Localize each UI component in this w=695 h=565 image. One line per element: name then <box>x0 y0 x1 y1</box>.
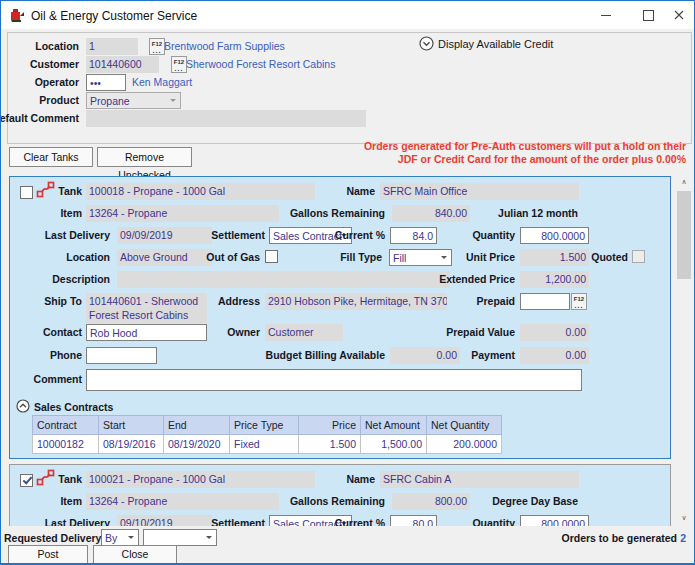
fill-type-dropdown[interactable]: Fill <box>389 249 452 266</box>
last-delivery-field: 09/09/2019 <box>117 227 212 244</box>
scrollbar-down-button[interactable]: ∨ <box>676 509 692 526</box>
display-credit-label[interactable]: Display Available Credit <box>438 38 553 50</box>
col-contract[interactable]: Contract <box>33 416 99 435</box>
payment-label: Payment <box>471 349 515 361</box>
maximize-button[interactable] <box>631 1 665 29</box>
requested-delivery-by-dropdown[interactable]: By <box>101 529 139 546</box>
col-net-quantity[interactable]: Net Quantity <box>427 416 502 435</box>
vertical-scrollbar[interactable]: ∧ ∨ <box>676 173 692 526</box>
quantity-input[interactable]: 800.0000 <box>520 227 589 244</box>
location-lookup-f12-button[interactable]: F12 <box>149 38 165 55</box>
sales-contracts-title: Sales Contracts <box>34 401 113 413</box>
name-field: SFRC Cabin A <box>380 471 579 488</box>
maximize-icon <box>643 10 654 21</box>
name-label: Name <box>346 185 375 197</box>
tank-panel-1: Tank 100018 - Propane - 1000 Gal Name SF… <box>9 176 671 459</box>
minimize-button[interactable] <box>589 1 623 29</box>
sales-contracts-table: Contract Start End Price Type Price Net … <box>32 415 502 454</box>
prepaid-value-label: Prepaid Value <box>446 326 515 338</box>
fill-type-label: Fill Type <box>340 251 382 263</box>
cell-net-quantity: 200.0000 <box>427 435 502 454</box>
by-value: By <box>105 532 117 544</box>
operator-label: Operator <box>35 76 79 88</box>
customer-lookup-f12-button[interactable]: F12 <box>171 56 187 73</box>
cell-start: 08/19/2016 <box>99 435 164 454</box>
owner-field: Customer <box>265 324 343 341</box>
prepaid-lookup-f12-button[interactable]: F12 <box>571 293 587 310</box>
contracts-data-row[interactable]: 10000182 08/19/2016 08/19/2020 Fixed 1.5… <box>33 435 502 454</box>
item-label: Item <box>60 207 82 219</box>
current-pct-label: Current % <box>335 229 385 241</box>
quantity-input[interactable]: 800.0000 <box>520 515 589 526</box>
product-value: Propane <box>90 95 130 107</box>
col-end[interactable]: End <box>164 416 230 435</box>
display-credit-chevron-down-icon[interactable] <box>419 36 434 53</box>
ship-to-label: Ship To <box>44 295 82 307</box>
close-action-button[interactable]: Close <box>93 545 177 564</box>
col-price[interactable]: Price <box>299 416 361 435</box>
tank-location-field: Above Ground <box>117 249 212 266</box>
current-pct-input[interactable]: 84.0 <box>390 227 437 244</box>
settlement-value: Sales Contract <box>273 230 342 242</box>
cell-contract: 10000182 <box>33 435 99 454</box>
quantity-label: Quantity <box>472 229 515 241</box>
location-name-text: Brentwood Farm Supplies <box>164 40 285 52</box>
default-comment-label: Default Comment <box>0 112 79 124</box>
side-note-label: Julian 12 month <box>498 207 578 219</box>
sales-contracts-chevron-up-icon[interactable] <box>16 399 30 415</box>
tank-2-checkbox[interactable] <box>20 474 33 487</box>
quoted-label: Quoted <box>591 251 628 263</box>
prepaid-value-field: 0.00 <box>520 324 589 341</box>
preauth-warning-text: Orders generated for Pre-Auth customers … <box>364 140 686 165</box>
operator-input[interactable]: ••• <box>86 74 126 91</box>
default-comment-field <box>86 110 366 127</box>
contracts-header-row: Contract Start End Price Type Price Net … <box>33 416 502 435</box>
contact-input[interactable]: Rob Hood <box>86 324 207 341</box>
app-window: Oil & Energy Customer Service Location 1… <box>0 0 695 565</box>
tank-label: Tank <box>58 473 82 485</box>
fill-type-value: Fill <box>393 252 406 264</box>
close-button[interactable] <box>662 1 695 29</box>
comment-input[interactable] <box>86 369 582 391</box>
cell-price-type: Fixed <box>230 435 299 454</box>
requested-delivery-date-dropdown[interactable] <box>143 529 217 546</box>
ship-to-field: 101440601 - Sherwood Forest Resort Cabin… <box>86 293 207 323</box>
scrollbar-up-button[interactable]: ∧ <box>676 173 692 190</box>
comment-label: Comment <box>34 373 82 385</box>
col-net-amount[interactable]: Net Amount <box>361 416 427 435</box>
extended-price-label: Extended Price <box>439 273 515 285</box>
phone-input[interactable] <box>86 347 157 364</box>
name-label: Name <box>346 473 375 485</box>
tank-chart-icon[interactable] <box>36 181 56 200</box>
budget-billing-label: Budget Billing Available <box>266 349 385 361</box>
location-label: Location <box>35 40 79 52</box>
phone-label: Phone <box>50 349 82 361</box>
tank-label: Tank <box>58 185 82 197</box>
app-icon <box>9 7 25 25</box>
col-start[interactable]: Start <box>99 416 164 435</box>
title-bar: Oil & Energy Customer Service <box>1 1 694 29</box>
scrollbar-thumb[interactable] <box>677 191 691 279</box>
location-label: Location <box>66 251 110 263</box>
tank-1-checkbox[interactable] <box>20 186 33 199</box>
quoted-checkbox <box>632 250 645 263</box>
tank-field: 100021 - Propane - 1000 Gal <box>86 471 315 488</box>
customer-label: Customer <box>30 58 79 70</box>
col-price-type[interactable]: Price Type <box>230 416 299 435</box>
close-icon <box>674 10 684 20</box>
last-delivery-field: 09/10/2019 <box>117 515 212 526</box>
contact-label: Contact <box>43 326 82 338</box>
out-of-gas-checkbox[interactable] <box>265 250 278 263</box>
orders-to-be-generated-label: Orders to be generated <box>561 532 677 544</box>
window-title: Oil & Energy Customer Service <box>31 9 197 23</box>
tank-chart-icon[interactable] <box>36 469 56 488</box>
location-field: 1 <box>86 38 138 55</box>
owner-label: Owner <box>227 326 260 338</box>
post-button[interactable]: Post <box>8 545 88 564</box>
gallons-remaining-field: 800.00 <box>392 493 470 510</box>
clear-tanks-button[interactable]: Clear Tanks <box>9 147 93 167</box>
out-of-gas-label: Out of Gas <box>206 251 260 263</box>
prepaid-input[interactable] <box>520 293 570 310</box>
current-pct-input[interactable]: 80.0 <box>390 515 437 526</box>
remove-unchecked-button[interactable]: Remove Unchecked <box>97 147 192 167</box>
